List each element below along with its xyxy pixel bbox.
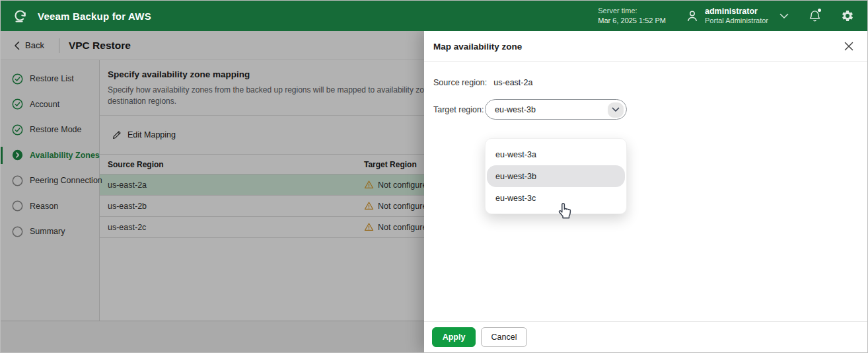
source-region-label: Source region:: [433, 78, 487, 87]
app-title: Veeam Backup for AWS: [38, 11, 151, 22]
top-bar: Veeam Backup for AWS Server time: Mar 6,…: [1, 1, 867, 31]
notifications-button[interactable]: [809, 9, 821, 23]
veeam-aws-logo-icon: [11, 7, 30, 24]
target-region-dropdown: eu-west-3a eu-west-3b eu-west-3c: [485, 138, 627, 214]
chevron-down-icon: [779, 13, 789, 19]
user-icon: [686, 9, 699, 22]
close-button[interactable]: [842, 40, 855, 53]
source-region-value: us-east-2a: [493, 78, 532, 87]
notification-dot: [818, 9, 821, 12]
settings-button[interactable]: [841, 9, 854, 22]
apply-button[interactable]: Apply: [432, 327, 476, 347]
target-region-selected-value: eu-west-3b: [486, 105, 536, 114]
dropdown-option-eu-west-3c[interactable]: eu-west-3c: [487, 187, 625, 209]
target-region-select[interactable]: eu-west-3b: [485, 99, 627, 120]
server-time: Server time: Mar 6, 2025 1:52 PM: [598, 6, 666, 26]
user-name: administrator: [705, 7, 768, 16]
server-time-value: Mar 6, 2025 1:52 PM: [598, 16, 666, 26]
user-role: Portal Administrator: [705, 16, 768, 25]
brand: Veeam Backup for AWS: [1, 7, 151, 24]
dropdown-option-eu-west-3b[interactable]: eu-west-3b: [487, 165, 625, 187]
modal-title: Map availability zone: [433, 42, 522, 52]
map-availability-zone-modal: Map availability zone Source region: us-…: [424, 31, 867, 352]
user-menu[interactable]: administrator Portal Administrator: [686, 7, 789, 25]
dropdown-option-eu-west-3a[interactable]: eu-west-3a: [487, 143, 625, 165]
app-window: Veeam Backup for AWS Server time: Mar 6,…: [0, 0, 868, 353]
cancel-button[interactable]: Cancel: [481, 327, 527, 347]
select-chevron-button[interactable]: [608, 102, 624, 118]
target-region-label: Target region:: [433, 105, 485, 114]
server-time-label: Server time:: [598, 6, 666, 16]
